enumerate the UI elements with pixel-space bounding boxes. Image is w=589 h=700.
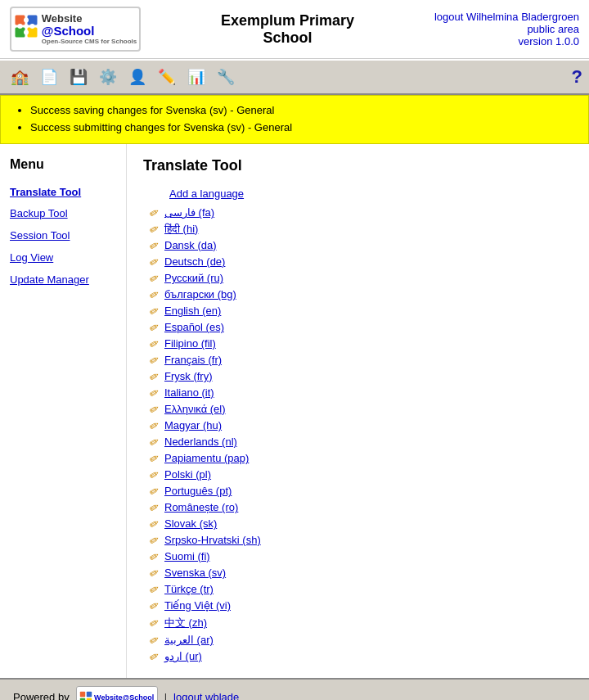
lang-link-it[interactable]: Italiano (it) <box>164 386 214 399</box>
pencil-icon-fil[interactable]: ✏ <box>147 336 162 352</box>
lang-item-zh: ✏ 中文 (zh) <box>150 614 573 632</box>
lang-link-fry[interactable]: Frysk (fry) <box>164 370 212 382</box>
lang-item-en: ✏ English (en) <box>150 303 573 319</box>
lang-link-fa[interactable]: فارسی (fa) <box>164 206 214 219</box>
logout-text: logout <box>434 11 463 23</box>
sidebar-item-log-view[interactable]: Log View <box>10 247 116 269</box>
pencil-icon-da[interactable]: ✏ <box>147 237 162 254</box>
lang-link-nl[interactable]: Nederlands (nl) <box>164 436 237 448</box>
pencil-icon-nl[interactable]: ✏ <box>147 434 162 450</box>
save-icon[interactable]: 💾 <box>65 64 92 90</box>
pencil-icon-fa[interactable]: ✏ <box>147 205 162 221</box>
lang-link-ar[interactable]: العربية (ar) <box>164 634 214 646</box>
svg-point-5 <box>17 24 22 29</box>
tools-icon[interactable]: 🔧 <box>213 64 239 90</box>
lang-link-sh[interactable]: Srpsko-Hrvatski (sh) <box>164 534 261 546</box>
pencil-icon-hi[interactable]: ✏ <box>147 221 162 237</box>
lang-link-ur[interactable]: اردو (ur) <box>164 650 202 662</box>
sidebar-item-backup-tool[interactable]: Backup Tool <box>10 203 116 225</box>
pencil-icon-zh[interactable]: ✏ <box>147 615 162 631</box>
svg-rect-2 <box>15 28 25 38</box>
lang-link-fr[interactable]: Français (fr) <box>164 354 222 366</box>
header: Website @School Open-Source CMS for Scho… <box>0 0 589 59</box>
file-icon[interactable]: 📄 <box>36 64 62 90</box>
lang-link-sk[interactable]: Slovak (sk) <box>164 517 217 530</box>
logo-website-text: Website <box>42 13 137 25</box>
pencil-icon-sk[interactable]: ✏ <box>147 516 162 532</box>
lang-link-pap[interactable]: Papiamentu (pap) <box>164 452 249 464</box>
pencil-icon-sh[interactable]: ✏ <box>147 532 162 549</box>
lang-link-pl[interactable]: Polski (pl) <box>164 468 211 481</box>
chart-icon[interactable]: 📊 <box>183 64 209 90</box>
sidebar-item-translate-tool[interactable]: Translate Tool <box>10 182 116 204</box>
lang-item-da: ✏ Dansk (da) <box>150 237 573 254</box>
user-icon[interactable]: 👤 <box>124 64 151 90</box>
lang-link-sv[interactable]: Svenska (sv) <box>164 567 226 579</box>
sidebar-item-update-manager[interactable]: Update Manager <box>10 269 116 291</box>
pencil-icon-vi[interactable]: ✏ <box>147 598 162 614</box>
school-icon[interactable]: 🏫 <box>7 64 33 90</box>
pencil-icon-ro[interactable]: ✏ <box>147 499 162 516</box>
svg-rect-9 <box>87 691 92 696</box>
pencil-icon-fi[interactable]: ✏ <box>147 549 162 565</box>
add-language-link[interactable]: Add a language <box>150 187 573 200</box>
lang-item-sk: ✏ Slovak (sk) <box>150 516 573 532</box>
lang-link-fi[interactable]: Suomi (fi) <box>164 550 210 562</box>
language-list: Add a language ✏ فارسی (fa) ✏ हिंदी (hi)… <box>143 187 573 665</box>
footer-separator: | <box>164 691 167 700</box>
lang-link-hu[interactable]: Magyar (hu) <box>164 419 222 431</box>
lang-link-ro[interactable]: Românește (ro) <box>164 501 238 513</box>
footer-logout-link[interactable]: logout wblade <box>173 691 239 700</box>
version-text: version 1.0.0 <box>519 35 579 47</box>
lang-item-ro: ✏ Românește (ro) <box>150 499 573 516</box>
lang-link-zh[interactable]: 中文 (zh) <box>164 616 207 630</box>
lang-link-de[interactable]: Deutsch (de) <box>164 255 225 268</box>
pencil-icon-es[interactable]: ✏ <box>147 319 162 336</box>
pencil-icon-hu[interactable]: ✏ <box>147 418 162 434</box>
lang-link-tr[interactable]: Türkçe (tr) <box>164 583 214 595</box>
lang-link-en[interactable]: English (en) <box>164 305 221 317</box>
lang-link-hi[interactable]: हिंदी (hi) <box>164 223 198 236</box>
lang-link-vi[interactable]: Tiếng Việt (vi) <box>164 599 231 612</box>
lang-link-fil[interactable]: Filipino (fil) <box>164 337 216 350</box>
lang-link-el[interactable]: Ελληνικά (el) <box>164 403 226 415</box>
pencil-icon-ur[interactable]: ✏ <box>147 648 162 665</box>
pencil-icon-en[interactable]: ✏ <box>147 303 162 319</box>
title-line2: School <box>221 29 354 47</box>
title-line1: Exemplum Primary <box>221 12 354 29</box>
lang-item-ar: ✏ العربية (ar) <box>150 632 573 648</box>
pencil-icon-tr[interactable]: ✏ <box>147 581 162 598</box>
lang-link-pt[interactable]: Português (pt) <box>164 485 232 497</box>
main-layout: Menu Translate Tool Backup Tool Session … <box>0 144 589 678</box>
lang-link-ru[interactable]: Русский (ru) <box>164 272 223 284</box>
pencil-icon-ru[interactable]: ✏ <box>147 270 162 287</box>
pencil-icon-bg[interactable]: ✏ <box>147 287 162 303</box>
lang-item-nl: ✏ Nederlands (nl) <box>150 434 573 450</box>
pencil-icon-it[interactable]: ✏ <box>147 385 162 401</box>
sidebar-item-session-tool[interactable]: Session Tool <box>10 225 116 247</box>
pencil-icon-sv[interactable]: ✏ <box>147 565 162 581</box>
logout-link[interactable]: logout Wilhelmina Bladergroen <box>434 11 579 23</box>
pencil-icon-el[interactable]: ✏ <box>147 401 162 418</box>
lang-item-ur: ✏ اردو (ur) <box>150 648 573 665</box>
edit-icon[interactable]: ✏️ <box>154 64 180 90</box>
lang-item-hu: ✏ Magyar (hu) <box>150 418 573 434</box>
lang-link-es[interactable]: Español (es) <box>164 321 224 333</box>
svg-point-6 <box>29 24 34 29</box>
pencil-icon-fry[interactable]: ✏ <box>147 368 162 385</box>
pencil-icon-pap[interactable]: ✏ <box>147 450 162 467</box>
lang-link-bg[interactable]: български (bg) <box>164 288 236 300</box>
notification-item-2: Success submitting changes for Svenska (… <box>30 120 575 137</box>
help-icon[interactable]: ? <box>572 66 582 88</box>
pencil-icon-fr[interactable]: ✏ <box>147 352 162 368</box>
footer: Powered by Website@School | logout wblad… <box>0 678 589 700</box>
pencil-icon-ar[interactable]: ✏ <box>147 632 162 648</box>
lang-item-pt: ✏ Português (pt) <box>150 483 573 499</box>
lang-item-fa: ✏ فارسی (fa) <box>150 205 573 221</box>
pencil-icon-de[interactable]: ✏ <box>147 254 162 270</box>
pencil-icon-pt[interactable]: ✏ <box>147 483 162 499</box>
pencil-icon-pl[interactable]: ✏ <box>147 467 162 483</box>
lang-item-it: ✏ Italiano (it) <box>150 385 573 401</box>
lang-link-da[interactable]: Dansk (da) <box>164 239 217 251</box>
settings-icon[interactable]: ⚙️ <box>95 64 121 90</box>
